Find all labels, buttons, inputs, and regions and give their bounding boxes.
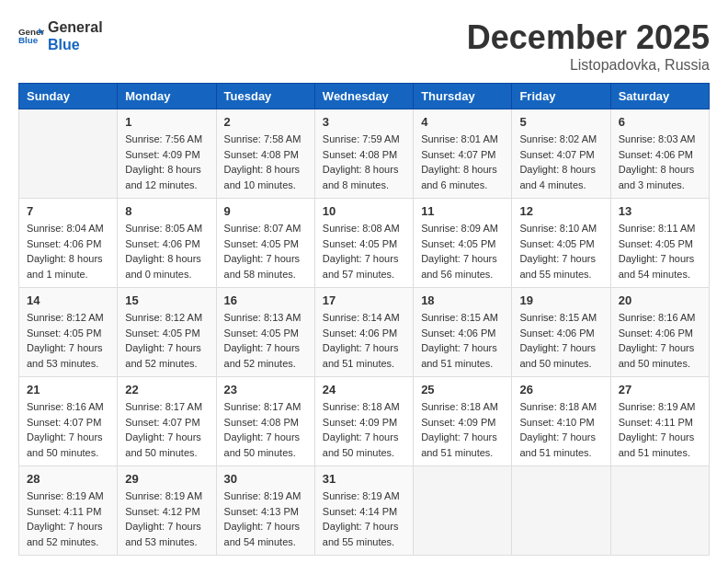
day-cell: 31 Sunrise: 8:19 AM Sunset: 4:14 PM Dayl… — [314, 466, 413, 556]
day-number: 13 — [619, 204, 701, 218]
logo-blue: Blue — [48, 36, 103, 53]
day-number: 19 — [519, 293, 602, 307]
day-info: Sunrise: 8:18 AM Sunset: 4:10 PM Dayligh… — [519, 399, 602, 460]
day-header-wednesday: Wednesday — [314, 84, 413, 109]
day-number: 27 — [619, 383, 701, 396]
day-info: Sunrise: 8:16 AM Sunset: 4:07 PM Dayligh… — [27, 399, 109, 460]
day-info: Sunrise: 8:18 AM Sunset: 4:09 PM Dayligh… — [421, 399, 504, 460]
day-info: Sunrise: 8:17 AM Sunset: 4:07 PM Dayligh… — [125, 399, 208, 460]
day-number: 10 — [323, 204, 405, 218]
day-info: Sunrise: 7:59 AM Sunset: 4:08 PM Dayligh… — [323, 132, 405, 192]
day-cell: 12 Sunrise: 8:10 AM Sunset: 4:05 PM Dayl… — [512, 199, 610, 288]
day-cell: 23 Sunrise: 8:17 AM Sunset: 4:08 PM Dayl… — [216, 377, 314, 466]
day-number: 29 — [125, 472, 208, 486]
day-cell — [19, 109, 118, 199]
day-number: 25 — [421, 383, 504, 396]
day-cell: 26 Sunrise: 8:18 AM Sunset: 4:10 PM Dayl… — [512, 377, 610, 466]
day-number: 15 — [125, 293, 208, 307]
day-number: 16 — [224, 293, 307, 307]
day-cell: 30 Sunrise: 8:19 AM Sunset: 4:13 PM Dayl… — [216, 466, 314, 556]
day-cell: 24 Sunrise: 8:18 AM Sunset: 4:09 PM Dayl… — [314, 377, 413, 466]
day-info: Sunrise: 8:13 AM Sunset: 4:05 PM Dayligh… — [224, 310, 307, 371]
day-cell: 15 Sunrise: 8:12 AM Sunset: 4:05 PM Dayl… — [118, 288, 216, 377]
week-row-2: 7 Sunrise: 8:04 AM Sunset: 4:06 PM Dayli… — [19, 199, 710, 288]
day-cell: 13 Sunrise: 8:11 AM Sunset: 4:05 PM Dayl… — [610, 199, 709, 288]
day-number: 9 — [224, 204, 307, 218]
day-cell: 11 Sunrise: 8:09 AM Sunset: 4:05 PM Dayl… — [414, 199, 512, 288]
day-info: Sunrise: 8:05 AM Sunset: 4:06 PM Dayligh… — [125, 221, 208, 282]
day-cell: 25 Sunrise: 8:18 AM Sunset: 4:09 PM Dayl… — [414, 377, 512, 466]
day-header-saturday: Saturday — [610, 84, 709, 109]
day-cell: 2 Sunrise: 7:58 AM Sunset: 4:08 PM Dayli… — [216, 109, 314, 199]
day-cell: 19 Sunrise: 8:15 AM Sunset: 4:06 PM Dayl… — [512, 288, 610, 377]
day-cell: 4 Sunrise: 8:01 AM Sunset: 4:07 PM Dayli… — [414, 109, 512, 199]
month-year-title: December 2025 — [467, 18, 710, 57]
day-cell — [610, 466, 709, 556]
day-cell: 17 Sunrise: 8:14 AM Sunset: 4:06 PM Dayl… — [314, 288, 413, 377]
day-cell: 20 Sunrise: 8:16 AM Sunset: 4:06 PM Dayl… — [610, 288, 709, 377]
day-cell: 8 Sunrise: 8:05 AM Sunset: 4:06 PM Dayli… — [118, 199, 216, 288]
day-number: 17 — [323, 293, 405, 307]
day-number: 6 — [619, 115, 701, 129]
day-header-tuesday: Tuesday — [216, 84, 314, 109]
day-info: Sunrise: 8:17 AM Sunset: 4:08 PM Dayligh… — [224, 399, 307, 460]
calendar-table: SundayMondayTuesdayWednesdayThursdayFrid… — [18, 83, 710, 556]
day-number: 3 — [323, 115, 405, 129]
day-number: 21 — [27, 383, 109, 396]
header: General Blue General Blue December 2025 … — [18, 18, 710, 74]
week-row-5: 28 Sunrise: 8:19 AM Sunset: 4:11 PM Dayl… — [19, 466, 710, 556]
day-number: 26 — [519, 383, 602, 396]
logo: General Blue General Blue — [18, 18, 103, 53]
day-header-friday: Friday — [512, 84, 610, 109]
logo-general: General — [48, 18, 103, 36]
day-info: Sunrise: 8:12 AM Sunset: 4:05 PM Dayligh… — [27, 310, 109, 371]
day-number: 2 — [224, 115, 307, 129]
day-number: 30 — [224, 472, 307, 486]
day-number: 14 — [27, 293, 109, 307]
day-info: Sunrise: 8:03 AM Sunset: 4:06 PM Dayligh… — [619, 132, 701, 192]
day-number: 24 — [323, 383, 405, 396]
day-cell: 21 Sunrise: 8:16 AM Sunset: 4:07 PM Dayl… — [19, 377, 118, 466]
day-info: Sunrise: 7:56 AM Sunset: 4:09 PM Dayligh… — [125, 132, 208, 192]
day-info: Sunrise: 8:07 AM Sunset: 4:05 PM Dayligh… — [224, 221, 307, 282]
day-cell: 29 Sunrise: 8:19 AM Sunset: 4:12 PM Dayl… — [118, 466, 216, 556]
day-cell: 27 Sunrise: 8:19 AM Sunset: 4:11 PM Dayl… — [610, 377, 709, 466]
day-info: Sunrise: 8:19 AM Sunset: 4:13 PM Dayligh… — [224, 488, 307, 549]
day-info: Sunrise: 8:15 AM Sunset: 4:06 PM Dayligh… — [421, 310, 504, 371]
day-info: Sunrise: 8:04 AM Sunset: 4:06 PM Dayligh… — [27, 221, 109, 282]
day-cell: 22 Sunrise: 8:17 AM Sunset: 4:07 PM Dayl… — [118, 377, 216, 466]
day-number: 8 — [125, 204, 208, 218]
day-number: 28 — [27, 472, 109, 486]
day-info: Sunrise: 8:01 AM Sunset: 4:07 PM Dayligh… — [421, 132, 504, 192]
day-number: 18 — [421, 293, 504, 307]
day-number: 4 — [421, 115, 504, 129]
day-cell: 18 Sunrise: 8:15 AM Sunset: 4:06 PM Dayl… — [414, 288, 512, 377]
week-row-1: 1 Sunrise: 7:56 AM Sunset: 4:09 PM Dayli… — [19, 109, 710, 199]
day-cell: 14 Sunrise: 8:12 AM Sunset: 4:05 PM Dayl… — [19, 288, 118, 377]
day-number: 22 — [125, 383, 208, 396]
day-number: 7 — [27, 204, 109, 218]
day-number: 12 — [519, 204, 602, 218]
day-info: Sunrise: 8:12 AM Sunset: 4:05 PM Dayligh… — [125, 310, 208, 371]
day-cell — [414, 466, 512, 556]
day-info: Sunrise: 8:09 AM Sunset: 4:05 PM Dayligh… — [421, 221, 504, 282]
day-number: 11 — [421, 204, 504, 218]
day-cell — [512, 466, 610, 556]
day-cell: 3 Sunrise: 7:59 AM Sunset: 4:08 PM Dayli… — [314, 109, 413, 199]
day-info: Sunrise: 8:19 AM Sunset: 4:12 PM Dayligh… — [125, 488, 208, 549]
day-info: Sunrise: 7:58 AM Sunset: 4:08 PM Dayligh… — [224, 132, 307, 192]
day-number: 31 — [323, 472, 405, 486]
day-headers-row: SundayMondayTuesdayWednesdayThursdayFrid… — [19, 84, 710, 109]
title-area: December 2025 Listopadovka, Russia — [467, 18, 710, 74]
day-cell: 6 Sunrise: 8:03 AM Sunset: 4:06 PM Dayli… — [610, 109, 709, 199]
day-info: Sunrise: 8:14 AM Sunset: 4:06 PM Dayligh… — [323, 310, 405, 371]
day-number: 1 — [125, 115, 208, 129]
day-number: 5 — [519, 115, 602, 129]
day-header-thursday: Thursday — [414, 84, 512, 109]
day-info: Sunrise: 8:10 AM Sunset: 4:05 PM Dayligh… — [519, 221, 602, 282]
svg-text:Blue: Blue — [18, 36, 39, 46]
week-row-3: 14 Sunrise: 8:12 AM Sunset: 4:05 PM Dayl… — [19, 288, 710, 377]
day-info: Sunrise: 8:16 AM Sunset: 4:06 PM Dayligh… — [619, 310, 701, 371]
day-number: 20 — [619, 293, 701, 307]
week-row-4: 21 Sunrise: 8:16 AM Sunset: 4:07 PM Dayl… — [19, 377, 710, 466]
